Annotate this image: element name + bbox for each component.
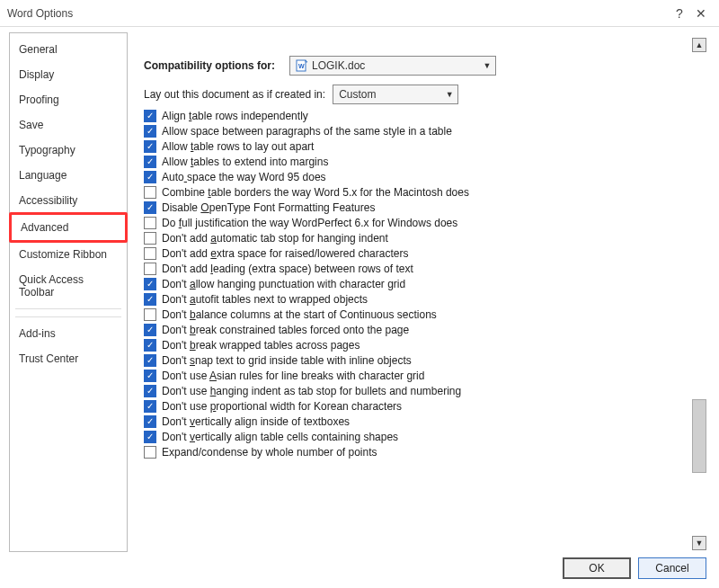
compat-option-row: Disable OpenType Font Formatting Feature… <box>144 201 697 214</box>
sidebar-item-customize-ribbon[interactable]: Customize Ribbon <box>10 242 127 267</box>
compat-option-label[interactable]: Don't add automatic tab stop for hanging… <box>162 232 388 245</box>
compat-option-label[interactable]: Allow tables to extend into margins <box>162 156 328 168</box>
compat-option-row: Don't autofit tables next to wrapped obj… <box>144 293 697 306</box>
compat-checkbox[interactable] <box>144 431 156 443</box>
sidebar-item-language[interactable]: Language <box>10 163 127 188</box>
sidebar-item-general[interactable]: General <box>10 37 127 62</box>
dialog-footer: OK Cancel <box>0 552 719 588</box>
compat-option-label[interactable]: Expand/condense by whole number of point… <box>162 446 377 459</box>
compat-checkbox[interactable] <box>144 415 156 428</box>
sidebar-item-save[interactable]: Save <box>10 112 127 138</box>
compat-option-label[interactable]: Auto space the way Word 95 does <box>162 171 326 183</box>
compat-option-label[interactable]: Allow space between paragraphs of the sa… <box>162 125 452 138</box>
sidebar-item-typography[interactable]: Typography <box>10 138 127 163</box>
compat-option-label[interactable]: Don't add extra space for raised/lowered… <box>162 247 408 260</box>
sidebar-item-trust-center[interactable]: Trust Center <box>10 346 127 371</box>
compat-option-label[interactable]: Don't add leading (extra space) between … <box>162 263 413 275</box>
compat-option-label[interactable]: Do full justification the way WordPerfec… <box>162 217 457 229</box>
ok-button[interactable]: OK <box>563 557 631 579</box>
compat-checkbox[interactable] <box>144 247 156 260</box>
compat-checkbox[interactable] <box>144 125 156 138</box>
layout-row: Lay out this document as if created in: … <box>144 85 697 104</box>
compat-checkbox[interactable] <box>144 217 156 229</box>
dialog-body: GeneralDisplayProofingSaveTypographyLang… <box>0 27 719 552</box>
compat-label: Compatibility options for: <box>144 59 275 72</box>
compat-option-label[interactable]: Don't vertically align table cells conta… <box>162 431 398 443</box>
layout-dropdown[interactable]: Custom ▼ <box>333 85 458 104</box>
compat-option-label[interactable]: Disable OpenType Font Formatting Feature… <box>162 201 375 214</box>
help-icon[interactable]: ? <box>669 4 690 22</box>
word-options-dialog: Word Options ? ✕ GeneralDisplayProofingS… <box>0 0 719 588</box>
sidebar-item-quick-access-toolbar[interactable]: Quick Access Toolbar <box>10 267 127 305</box>
compat-option-row: Auto space the way Word 95 does <box>144 171 697 183</box>
word-doc-icon: W <box>296 59 308 72</box>
compat-option-label[interactable]: Don't vertically align inside of textbox… <box>162 415 350 428</box>
compat-option-label[interactable]: Don't allow hanging punctuation with cha… <box>162 278 405 290</box>
compat-option-label[interactable]: Don't balance columns at the start of Co… <box>162 308 437 321</box>
compat-option-row: Align table rows independently <box>144 110 697 122</box>
compat-option-label[interactable]: Don't break constrained tables forced on… <box>162 324 409 336</box>
titlebar: Word Options ? ✕ <box>0 0 719 27</box>
compat-option-label[interactable]: Don't use Asian rules for line breaks wi… <box>162 370 424 382</box>
compat-doc-name: LOGIK.doc <box>312 59 481 72</box>
compat-option-row: Allow space between paragraphs of the sa… <box>144 125 697 138</box>
content-pane: ▲ ▼ Compatibility options for: W LOGIK.d… <box>128 32 710 552</box>
compat-option-label[interactable]: Don't break wrapped tables across pages <box>162 339 360 352</box>
compat-checkbox[interactable] <box>144 110 156 122</box>
compat-option-row: Don't use Asian rules for line breaks wi… <box>144 370 697 382</box>
compat-option-label[interactable]: Don't use hanging indent as tab stop for… <box>162 385 461 397</box>
compat-checkbox[interactable] <box>144 140 156 153</box>
scroll-up-button[interactable]: ▲ <box>692 38 706 52</box>
sidebar-item-accessibility[interactable]: Accessibility <box>10 188 127 213</box>
compat-option-label[interactable]: Align table rows independently <box>162 110 308 122</box>
compat-option-label[interactable]: Don't snap text to grid inside table wit… <box>162 354 412 367</box>
sidebar-separator <box>15 316 121 317</box>
compat-option-label[interactable]: Combine table borders the way Word 5.x f… <box>162 186 469 199</box>
compat-checkbox[interactable] <box>144 171 156 183</box>
compat-option-label[interactable]: Don't use proportional width for Korean … <box>162 400 402 413</box>
compat-doc-dropdown[interactable]: W LOGIK.doc ▼ <box>289 56 496 76</box>
compat-checkbox[interactable] <box>144 370 156 382</box>
window-title: Word Options <box>7 7 669 20</box>
compat-checkbox[interactable] <box>144 263 156 275</box>
compat-checkbox[interactable] <box>144 446 156 459</box>
compat-options-list: Align table rows independentlyAllow spac… <box>144 110 697 459</box>
compat-checkbox[interactable] <box>144 278 156 290</box>
close-icon[interactable]: ✕ <box>690 4 712 22</box>
compat-option-row: Don't use proportional width for Korean … <box>144 400 697 413</box>
compat-checkbox[interactable] <box>144 293 156 306</box>
compat-checkbox[interactable] <box>144 339 156 352</box>
compat-checkbox[interactable] <box>144 400 156 413</box>
chevron-down-icon: ▼ <box>481 61 493 70</box>
cancel-button[interactable]: Cancel <box>638 557 706 579</box>
scrollbar-thumb[interactable] <box>692 399 706 473</box>
sidebar-item-add-ins[interactable]: Add-ins <box>10 321 127 346</box>
compat-option-label[interactable]: Allow table rows to lay out apart <box>162 140 314 153</box>
compat-option-label[interactable]: Don't autofit tables next to wrapped obj… <box>162 293 368 306</box>
compat-option-row: Don't allow hanging punctuation with cha… <box>144 278 697 290</box>
compat-checkbox[interactable] <box>144 324 156 336</box>
compat-option-row: Don't add extra space for raised/lowered… <box>144 247 697 260</box>
compat-option-row: Combine table borders the way Word 5.x f… <box>144 186 697 199</box>
svg-text:W: W <box>298 63 305 69</box>
layout-label: Lay out this document as if created in: <box>144 88 325 101</box>
compat-option-row: Don't vertically align table cells conta… <box>144 431 697 443</box>
compat-option-row: Don't break constrained tables forced on… <box>144 324 697 336</box>
compat-checkbox[interactable] <box>144 232 156 245</box>
compat-checkbox[interactable] <box>144 186 156 199</box>
compat-option-row: Allow tables to extend into margins <box>144 156 697 168</box>
compat-checkbox[interactable] <box>144 308 156 321</box>
compat-checkbox[interactable] <box>144 156 156 168</box>
compat-option-row: Don't snap text to grid inside table wit… <box>144 354 697 367</box>
compat-option-row: Don't add leading (extra space) between … <box>144 263 697 275</box>
sidebar-item-proofing[interactable]: Proofing <box>10 87 127 112</box>
compat-option-row: Expand/condense by whole number of point… <box>144 446 697 459</box>
compat-option-row: Don't balance columns at the start of Co… <box>144 308 697 321</box>
sidebar-item-advanced[interactable]: Advanced <box>9 212 128 243</box>
compat-checkbox[interactable] <box>144 354 156 367</box>
sidebar-item-display[interactable]: Display <box>10 62 127 87</box>
scroll-down-button[interactable]: ▼ <box>692 536 706 550</box>
compat-checkbox[interactable] <box>144 385 156 397</box>
compat-checkbox[interactable] <box>144 201 156 214</box>
compat-option-row: Don't add automatic tab stop for hanging… <box>144 232 697 245</box>
